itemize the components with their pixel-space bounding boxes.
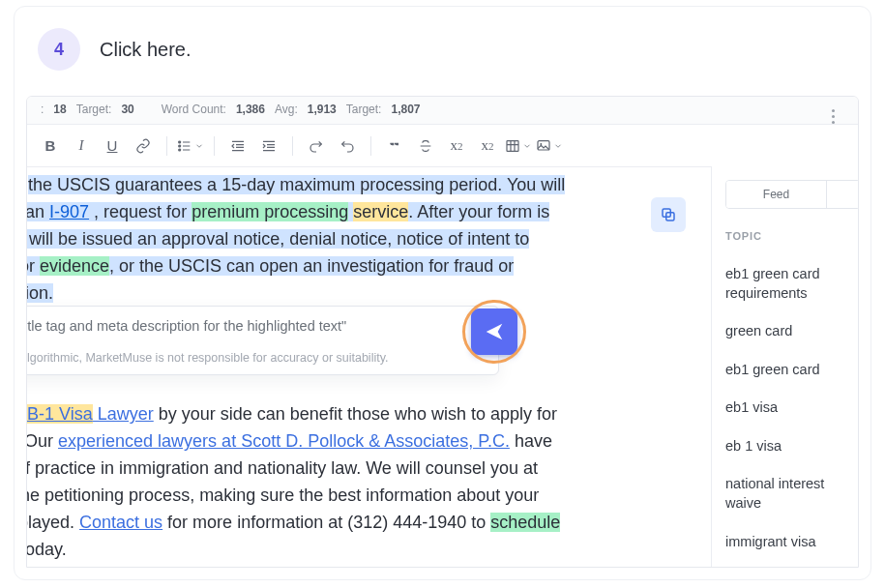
ai-disclaimer: algorithmic, MarketMuse is not responsib…	[27, 351, 440, 365]
more-menu-button[interactable]	[819, 103, 846, 130]
topic-item[interactable]: immigrant visa	[725, 523, 858, 562]
tab-feed[interactable]: Feed	[726, 181, 827, 208]
text-fragment: on today.	[27, 540, 67, 559]
stat-avg-label: Avg:	[275, 103, 298, 116]
editor-body[interactable]: sts, the USCIS guarantees a 15-day maxim…	[27, 166, 711, 567]
stat-wc-value: 1,386	[236, 103, 265, 116]
bullet-list-button[interactable]	[177, 132, 204, 160]
redo-button[interactable]	[303, 132, 330, 160]
link-experienced-lawyers[interactable]: experienced lawyers at Scott D. Pollock …	[58, 431, 510, 451]
bullet-list-icon	[177, 138, 192, 154]
outdent-button[interactable]	[224, 132, 251, 160]
superscript-x: x	[482, 137, 489, 154]
text-fragment: by your side can benefit those who wish …	[154, 404, 557, 424]
strikethrough-button[interactable]	[412, 132, 439, 160]
stats-bar: : 18 Target: 30 Word Count: 1,386 Avg: 1…	[27, 97, 858, 125]
superscript-button[interactable]: x2	[474, 132, 501, 160]
subscript-x: x	[451, 137, 458, 154]
highlight-premium-processing: premium processing	[192, 202, 348, 221]
stat-target-value: 30	[121, 103, 133, 116]
topic-item[interactable]: green card application	[725, 561, 858, 567]
italic-button[interactable]: I	[68, 132, 95, 160]
content-split: sts, the USCIS guarantees a 15-day maxim…	[27, 166, 858, 567]
subscript-2: 2	[457, 140, 463, 152]
svg-point-2	[179, 145, 181, 147]
selected-text: you will be issued an approval notice, d…	[27, 229, 529, 249]
chevron-down-icon	[194, 141, 204, 151]
image-button[interactable]	[536, 132, 563, 160]
link-eb1-visa-lawyer[interactable]: EB-1 Visa Lawyer	[27, 404, 154, 424]
strikethrough-icon	[418, 138, 433, 154]
topic-item[interactable]: eb1 green card	[725, 351, 858, 390]
sidebar-tabs: Feed	[725, 180, 858, 209]
undo-icon	[339, 138, 355, 154]
stat-group-wordcount: Word Count: 1,386 Avg: 1,913 Target: 1,8…	[162, 103, 421, 116]
indent-button[interactable]	[255, 132, 282, 160]
text-fragment: for more information at (312) 444-1940 t…	[162, 513, 490, 532]
send-icon	[484, 321, 505, 342]
tab-second[interactable]	[827, 181, 858, 208]
copy-button[interactable]	[651, 197, 686, 232]
copy-icon	[660, 206, 677, 223]
step-number-badge: 4	[38, 28, 80, 71]
link-icon	[135, 138, 151, 154]
topic-item[interactable]: green card	[725, 312, 858, 351]
highlight-eb1-visa: EB-1 Visa	[27, 404, 93, 424]
selected-text: out an I-907 , request for premium proce…	[27, 202, 549, 221]
sidebar-section-label: TOPIC	[725, 230, 858, 242]
highlight-schedule: schedule	[490, 513, 560, 532]
outdent-icon	[230, 138, 246, 154]
svg-point-4	[179, 149, 181, 151]
stat-wc-label: Word Count:	[162, 103, 226, 116]
highlight-service: service	[353, 202, 408, 221]
stat-group-score: : 18 Target: 30	[41, 103, 134, 116]
step-title: Click here.	[100, 39, 191, 61]
undo-button[interactable]	[334, 132, 361, 160]
right-sidebar: Feed TOPIC eb1 green card requirements g…	[711, 166, 858, 567]
text-fragment: rs of practice in immigration and nation…	[27, 458, 538, 478]
step-card: 4 Click here. : 18 Target: 30 Word Count…	[14, 6, 871, 580]
underline-button[interactable]: U	[99, 132, 126, 160]
topic-list: eb1 green card requirements green card e…	[725, 255, 858, 567]
highlight-evidence: evidence	[40, 256, 109, 276]
bold-button[interactable]: B	[37, 132, 64, 160]
stat-target2-value: 1,807	[391, 103, 420, 116]
toolbar-separator	[370, 136, 371, 156]
link-contact-us[interactable]: Contact us	[79, 513, 162, 532]
selected-text: ntation.	[27, 283, 53, 303]
stat-target2-label: Target:	[346, 103, 382, 116]
topic-item[interactable]: eb1 visa	[725, 389, 858, 427]
redo-icon	[309, 138, 324, 154]
superscript-2: 2	[488, 140, 494, 152]
topic-item[interactable]: eb 1 visa	[725, 427, 858, 466]
subscript-button[interactable]: x2	[443, 132, 470, 160]
image-icon	[536, 138, 551, 154]
quote-icon	[387, 138, 402, 154]
editor-toolbar: B I U	[27, 125, 711, 167]
selected-text: st for evidence, or the USCIS can open a…	[27, 256, 514, 276]
ai-send-button[interactable]	[471, 309, 517, 355]
table-button[interactable]	[505, 132, 532, 160]
toolbar-separator	[166, 136, 167, 156]
svg-rect-15	[507, 140, 518, 151]
ai-prompt-text: title tag and meta description for the h…	[27, 318, 440, 334]
blockquote-button[interactable]	[381, 132, 408, 160]
stat-prefix-label: :	[41, 103, 44, 116]
stat-avg-value: 1,913	[308, 103, 337, 116]
table-icon	[505, 138, 520, 154]
text-fragment: have	[510, 431, 552, 451]
topic-item[interactable]: eb1 green card requirements	[725, 255, 858, 312]
link-button[interactable]	[130, 132, 157, 160]
text-fragment: displayed.	[27, 513, 79, 532]
svg-point-0	[179, 141, 181, 143]
link-i907[interactable]: I-907	[49, 202, 89, 221]
ai-prompt-box[interactable]: title tag and meta description for the h…	[27, 306, 499, 375]
kebab-icon	[832, 107, 835, 125]
step-header: 4 Click here.	[15, 7, 870, 88]
indent-icon	[261, 138, 277, 154]
topic-item[interactable]: national interest waive	[725, 465, 858, 522]
text-fragment: . Our	[27, 431, 58, 451]
text-fragment: of the petitioning process, making sure …	[27, 485, 539, 505]
editor-panel: : 18 Target: 30 Word Count: 1,386 Avg: 1…	[26, 96, 859, 568]
toolbar-separator	[214, 136, 215, 156]
